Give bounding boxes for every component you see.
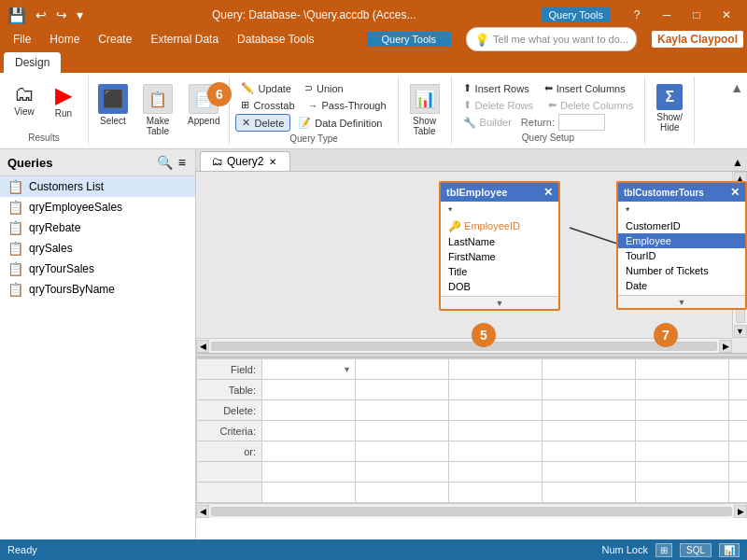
field-firstname[interactable]: FirstName bbox=[441, 249, 558, 264]
layout-button[interactable]: ⊞ bbox=[655, 543, 672, 557]
return-input[interactable] bbox=[558, 114, 605, 131]
grid-cell-criteria-5[interactable] bbox=[636, 421, 729, 441]
restore-button[interactable]: □ bbox=[684, 6, 710, 24]
tab-home[interactable]: Home bbox=[40, 30, 89, 49]
collapse-ribbon-button[interactable]: ▲ bbox=[730, 80, 743, 95]
grid-cell-criteria-3[interactable] bbox=[449, 421, 543, 441]
grid-cell-extra1-1[interactable] bbox=[262, 462, 356, 483]
grid-cell-extra2-2[interactable] bbox=[356, 483, 449, 503]
table-customer-tours-scroll[interactable]: ▼ bbox=[618, 295, 745, 308]
grid-cell-delete-3[interactable] bbox=[449, 400, 543, 421]
sidebar-search-button[interactable]: 🔍 bbox=[155, 155, 175, 170]
union-button[interactable]: ⊃ Union bbox=[299, 80, 349, 96]
grid-cell-delete-1[interactable] bbox=[262, 400, 356, 421]
grid-cell-extra1-4[interactable] bbox=[543, 462, 636, 483]
grid-scroll-right[interactable]: ▶ bbox=[734, 505, 747, 518]
grid-cell-table-1[interactable] bbox=[262, 380, 356, 400]
grid-cell-extra1-6[interactable] bbox=[729, 462, 748, 483]
grid-cell-extra1-3[interactable] bbox=[449, 462, 543, 483]
table-employee-scroll[interactable]: ▼ bbox=[441, 296, 558, 309]
scroll-left-button[interactable]: ◀ bbox=[196, 340, 209, 353]
view-button[interactable]: 🗂 View bbox=[6, 80, 43, 120]
grid-cell-criteria-4[interactable] bbox=[543, 421, 636, 441]
collapse-panel-button[interactable]: ▲ bbox=[728, 154, 747, 171]
table-employee-close[interactable]: ✕ bbox=[543, 186, 553, 199]
undo-button[interactable]: ↩ bbox=[32, 6, 50, 24]
grid-cell-delete-5[interactable] bbox=[636, 400, 729, 421]
grid-cell-field-4[interactable] bbox=[543, 359, 636, 380]
make-table-button[interactable]: 📋 MakeTable bbox=[137, 80, 178, 140]
tab-file[interactable]: File bbox=[4, 30, 40, 49]
grid-cell-table-6[interactable] bbox=[729, 380, 748, 400]
insert-rows-button[interactable]: ⬆ Insert Rows bbox=[458, 80, 535, 96]
customize-button[interactable]: ▾ bbox=[73, 6, 87, 24]
grid-cell-extra1-5[interactable] bbox=[636, 462, 729, 483]
scroll-down-button[interactable]: ▼ bbox=[734, 325, 747, 338]
grid-cell-or-4[interactable] bbox=[543, 441, 636, 462]
append-button[interactable]: 📄 Append bbox=[182, 80, 225, 130]
grid-cell-or-1[interactable] bbox=[262, 441, 356, 462]
grid-cell-extra2-1[interactable] bbox=[262, 483, 356, 503]
h-scrollbar-design[interactable]: ◀ ▶ bbox=[196, 338, 732, 353]
grid-cell-delete-2[interactable] bbox=[356, 400, 449, 421]
grid-cell-or-3[interactable] bbox=[449, 441, 543, 462]
grid-cell-extra2-4[interactable] bbox=[543, 483, 636, 503]
show-table-button[interactable]: 📊 ShowTable bbox=[404, 80, 445, 140]
sidebar-item-tours-by-name[interactable]: 📋 qryToursByName bbox=[0, 279, 195, 300]
grid-cell-extra2-5[interactable] bbox=[636, 483, 729, 503]
ct-field-employee[interactable]: Employee bbox=[618, 233, 745, 248]
ct-field-tour-id[interactable]: TourID bbox=[618, 248, 745, 263]
redo-button[interactable]: ↪ bbox=[52, 6, 71, 24]
grid-h-scrollbar[interactable]: ◀ ▶ bbox=[196, 503, 747, 518]
datasheet-button[interactable]: 📊 bbox=[719, 543, 740, 557]
delete-button[interactable]: ✕ Delete bbox=[235, 114, 290, 132]
table-customer-tours-header[interactable]: tblCustomerTours ✕ bbox=[618, 183, 745, 202]
field-dropdown-1[interactable]: ▾ bbox=[345, 364, 349, 374]
sql-button[interactable]: SQL bbox=[680, 543, 712, 557]
update-button[interactable]: ✏️ Update bbox=[235, 80, 296, 96]
query2-tab[interactable]: 🗂 Query2 ✕ bbox=[200, 151, 290, 171]
grid-cell-table-2[interactable] bbox=[356, 380, 449, 400]
minimize-button[interactable]: ─ bbox=[654, 6, 680, 24]
grid-scroll-left[interactable]: ◀ bbox=[196, 505, 209, 518]
grid-cell-delete-4[interactable] bbox=[543, 400, 636, 421]
grid-cell-criteria-2[interactable] bbox=[356, 421, 449, 441]
sidebar-item-customers-list[interactable]: 📋 Customers List bbox=[0, 176, 195, 197]
sidebar-item-tour-sales[interactable]: 📋 qryTourSales bbox=[0, 259, 195, 279]
grid-cell-table-4[interactable] bbox=[543, 380, 636, 400]
sidebar-menu-button[interactable]: ≡ bbox=[176, 155, 188, 170]
grid-cell-extra2-3[interactable] bbox=[449, 483, 543, 503]
sidebar-item-sales[interactable]: 📋 qrySales bbox=[0, 238, 195, 259]
ct-field-star[interactable]: * bbox=[618, 203, 745, 218]
insert-columns-button[interactable]: ⬅ Insert Columns bbox=[539, 80, 631, 96]
crosstab-button[interactable]: ⊞ Crosstab bbox=[235, 97, 300, 113]
grid-cell-criteria-1[interactable] bbox=[262, 421, 356, 441]
grid-cell-field-5[interactable] bbox=[636, 359, 729, 380]
grid-cell-table-5[interactable] bbox=[636, 380, 729, 400]
ct-field-tickets[interactable]: Number of Tickets bbox=[618, 263, 745, 278]
close-tab-button[interactable]: ✕ bbox=[267, 157, 278, 167]
scroll-right-button[interactable]: ▶ bbox=[719, 340, 732, 353]
grid-cell-criteria-6[interactable] bbox=[729, 421, 748, 441]
tab-external[interactable]: External Data bbox=[141, 30, 228, 49]
grid-cell-field-6[interactable] bbox=[729, 359, 748, 380]
field-dob[interactable]: DOB bbox=[441, 279, 558, 294]
grid-cell-extra2-6[interactable] bbox=[729, 483, 748, 503]
grid-cell-field-2[interactable] bbox=[356, 359, 449, 380]
grid-cell-table-3[interactable] bbox=[449, 380, 543, 400]
grid-cell-or-5[interactable] bbox=[636, 441, 729, 462]
data-definition-button[interactable]: 📝 Data Definition bbox=[292, 114, 388, 132]
delete-columns-button[interactable]: ⬅ Delete Columns bbox=[543, 97, 639, 113]
table-customer-tours-close[interactable]: ✕ bbox=[730, 186, 740, 199]
tab-create[interactable]: Create bbox=[89, 30, 141, 49]
help-button[interactable]: ? bbox=[624, 6, 650, 24]
grid-cell-or-6[interactable] bbox=[729, 441, 748, 462]
field-employee-id[interactable]: 🔑 EmployeeID bbox=[441, 218, 558, 234]
sidebar-item-employee-sales[interactable]: 📋 qryEmployeeSales bbox=[0, 197, 195, 217]
ct-field-customer-id[interactable]: CustomerID bbox=[618, 218, 745, 233]
tab-design[interactable]: Design bbox=[4, 52, 61, 73]
show-hide-button[interactable]: Σ Show/Hide bbox=[651, 80, 688, 136]
delete-rows-button[interactable]: ⬆ Delete Rows bbox=[458, 97, 539, 113]
grid-cell-field-1[interactable]: ▾ bbox=[262, 359, 356, 380]
grid-cell-or-2[interactable] bbox=[356, 441, 449, 462]
